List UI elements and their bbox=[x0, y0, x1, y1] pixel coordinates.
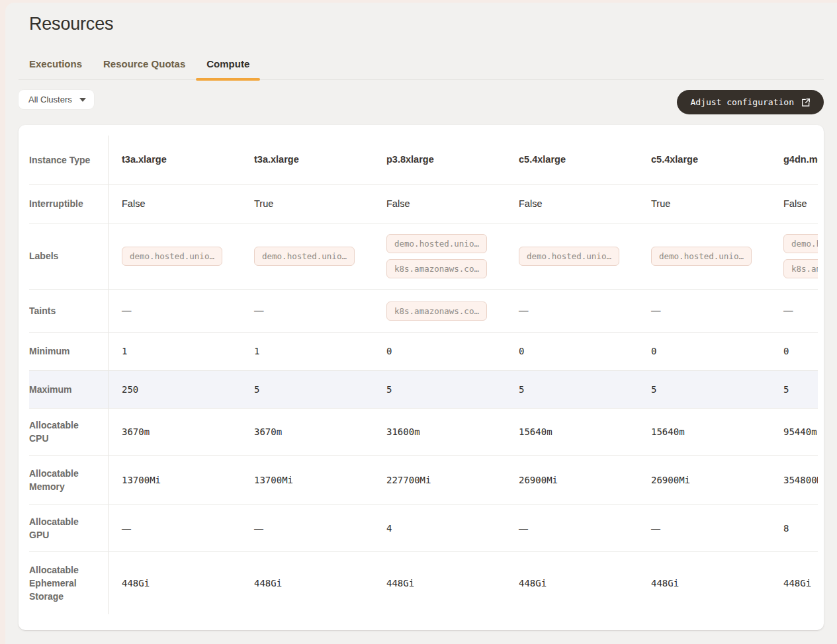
cell-interruptible-col6: False bbox=[770, 185, 818, 223]
cell-allocatable-gpu-col6: 8 bbox=[770, 505, 818, 551]
cell-minimum-col1: 1 bbox=[109, 333, 241, 370]
label-chip: demo.hosted.unio… bbox=[519, 247, 619, 266]
cell-taints-col2: — bbox=[241, 290, 373, 332]
label-chip: demo.hosted.unio… bbox=[254, 247, 355, 266]
label-chip: demo.hosted.unio… bbox=[386, 234, 487, 253]
cell-minimum-col6: 0 bbox=[770, 333, 818, 370]
cell-taints-col5: — bbox=[638, 290, 770, 332]
cell-labels-col6: demo.hosted.unio…k8s.amazonaws.co… bbox=[770, 223, 818, 289]
cell-interruptible-col2: True bbox=[241, 185, 373, 223]
cell-allocatable-gpu-col3: 4 bbox=[373, 505, 506, 551]
table-row-minimum: Minimum110000 bbox=[29, 332, 818, 370]
cell-allocatable-cpu-col6: 95440m bbox=[770, 409, 818, 455]
cell-allocatable-ephemeral-storage-col4: 448Gi bbox=[506, 552, 638, 614]
cell-instance-type-col4: c5.4xlarge bbox=[506, 136, 638, 184]
cluster-filter-value: All Clusters bbox=[28, 95, 72, 104]
cell-minimum-col3: 0 bbox=[373, 333, 506, 370]
cell-allocatable-memory-col4: 26900Mi bbox=[506, 456, 638, 504]
cell-interruptible-col1: False bbox=[109, 185, 241, 223]
tab-executions[interactable]: Executions bbox=[19, 53, 93, 79]
cell-maximum-col2: 5 bbox=[241, 371, 373, 408]
cell-instance-type-col5: c5.4xlarge bbox=[638, 136, 770, 184]
table-row-allocatable-ephemeral-storage: Allocatable Ephemeral Storage448Gi448Gi4… bbox=[29, 551, 818, 614]
cell-allocatable-memory-col3: 227700Mi bbox=[373, 456, 506, 504]
cell-taints-col3: k8s.amazonaws.co… bbox=[373, 290, 506, 332]
table-row-interruptible: InterruptibleFalseTrueFalseFalseTrueFals… bbox=[29, 184, 818, 223]
cell-minimum-col2: 1 bbox=[241, 333, 373, 370]
table-row-instance-type: Instance Typet3a.xlarget3a.xlargep3.8xla… bbox=[29, 136, 818, 184]
table-row-labels: Labelsdemo.hosted.unio…demo.hosted.unio…… bbox=[29, 223, 818, 289]
row-label-minimum: Minimum bbox=[29, 333, 109, 370]
cell-instance-type-col6: g4dn.metal bbox=[770, 136, 818, 184]
page-title: Resources bbox=[29, 12, 824, 36]
row-label-allocatable-ephemeral-storage: Allocatable Ephemeral Storage bbox=[29, 552, 109, 614]
compute-table: Instance Typet3a.xlarget3a.xlargep3.8xla… bbox=[29, 136, 818, 614]
cell-taints-col4: — bbox=[506, 290, 638, 332]
cell-allocatable-gpu-col1: — bbox=[109, 505, 241, 551]
cell-allocatable-gpu-col5: — bbox=[638, 505, 770, 551]
cell-minimum-col5: 0 bbox=[638, 333, 770, 370]
table-row-taints: Taints——k8s.amazonaws.co…——— bbox=[29, 289, 818, 332]
row-label-allocatable-cpu: Allocatable CPU bbox=[29, 409, 109, 455]
cell-labels-col2: demo.hosted.unio… bbox=[241, 223, 373, 289]
tab-resource-quotas[interactable]: Resource Quotas bbox=[93, 53, 196, 79]
cell-allocatable-memory-col1: 13700Mi bbox=[109, 456, 241, 504]
cell-taints-col1: — bbox=[109, 290, 241, 332]
table-clip: Instance Typet3a.xlarget3a.xlargep3.8xla… bbox=[29, 136, 818, 614]
table-row-allocatable-cpu: Allocatable CPU3670m3670m31600m15640m156… bbox=[29, 408, 818, 455]
compute-table-card: Instance Typet3a.xlarget3a.xlargep3.8xla… bbox=[19, 125, 824, 630]
cell-allocatable-gpu-col4: — bbox=[506, 505, 638, 551]
cell-allocatable-ephemeral-storage-col2: 448Gi bbox=[241, 552, 373, 614]
adjust-configuration-label: Adjust configuration bbox=[690, 97, 794, 107]
cluster-filter-dropdown[interactable]: All Clusters bbox=[19, 90, 94, 109]
cell-labels-col5: demo.hosted.unio… bbox=[638, 223, 770, 289]
row-label-labels: Labels bbox=[29, 223, 109, 289]
cell-labels-col3: demo.hosted.unio…k8s.amazonaws.co… bbox=[373, 223, 506, 289]
cell-maximum-col3: 5 bbox=[373, 371, 506, 408]
cell-allocatable-ephemeral-storage-col5: 448Gi bbox=[638, 552, 770, 614]
chevron-down-icon bbox=[79, 98, 86, 102]
cell-allocatable-memory-col2: 13700Mi bbox=[241, 456, 373, 504]
cell-allocatable-memory-col6: 354800Mi bbox=[770, 456, 818, 504]
cell-allocatable-cpu-col1: 3670m bbox=[109, 409, 241, 455]
label-chip: k8s.amazonaws.co… bbox=[783, 259, 818, 278]
cell-allocatable-ephemeral-storage-col6: 448Gi bbox=[770, 552, 818, 614]
external-link-icon bbox=[801, 98, 811, 107]
cell-maximum-col4: 5 bbox=[506, 371, 638, 408]
cell-minimum-col4: 0 bbox=[506, 333, 638, 370]
adjust-configuration-button[interactable]: Adjust configuration bbox=[677, 90, 824, 114]
cell-allocatable-cpu-col5: 15640m bbox=[638, 409, 770, 455]
taint-chip: k8s.amazonaws.co… bbox=[386, 302, 487, 321]
label-chip: demo.hosted.unio… bbox=[651, 247, 752, 266]
cell-taints-col6: — bbox=[770, 290, 818, 332]
cell-allocatable-memory-col5: 26900Mi bbox=[638, 456, 770, 504]
cell-interruptible-col3: False bbox=[373, 185, 506, 223]
row-label-maximum: Maximum bbox=[29, 371, 109, 408]
cell-allocatable-cpu-col4: 15640m bbox=[506, 409, 638, 455]
controls-row: All Clusters Adjust configuration bbox=[19, 90, 824, 114]
label-chip: demo.hosted.unio… bbox=[783, 234, 818, 253]
tab-compute[interactable]: Compute bbox=[196, 53, 260, 79]
row-label-taints: Taints bbox=[29, 290, 109, 332]
cell-allocatable-cpu-col2: 3670m bbox=[241, 409, 373, 455]
cell-interruptible-col5: True bbox=[638, 185, 770, 223]
cell-allocatable-ephemeral-storage-col1: 448Gi bbox=[109, 552, 241, 614]
cell-allocatable-gpu-col2: — bbox=[241, 505, 373, 551]
cell-instance-type-col2: t3a.xlarge bbox=[241, 136, 373, 184]
cell-allocatable-ephemeral-storage-col3: 448Gi bbox=[373, 552, 506, 614]
label-chip: demo.hosted.unio… bbox=[122, 247, 222, 266]
row-label-allocatable-memory: Allocatable Memory bbox=[29, 456, 109, 504]
table-row-maximum: Maximum25055555 bbox=[29, 370, 818, 408]
cell-allocatable-cpu-col3: 31600m bbox=[373, 409, 506, 455]
cell-labels-col1: demo.hosted.unio… bbox=[109, 223, 241, 289]
cell-labels-col4: demo.hosted.unio… bbox=[506, 223, 638, 289]
cell-instance-type-col3: p3.8xlarge bbox=[373, 136, 506, 184]
main-panel: Resources Executions Resource Quotas Com… bbox=[5, 3, 837, 644]
row-label-instance-type: Instance Type bbox=[29, 136, 109, 184]
label-chip: k8s.amazonaws.co… bbox=[386, 259, 487, 278]
cell-maximum-col5: 5 bbox=[638, 371, 770, 408]
table-row-allocatable-memory: Allocatable Memory13700Mi13700Mi227700Mi… bbox=[29, 455, 818, 504]
cell-interruptible-col4: False bbox=[506, 185, 638, 223]
row-label-allocatable-gpu: Allocatable GPU bbox=[29, 505, 109, 551]
cell-maximum-col6: 5 bbox=[770, 371, 818, 408]
